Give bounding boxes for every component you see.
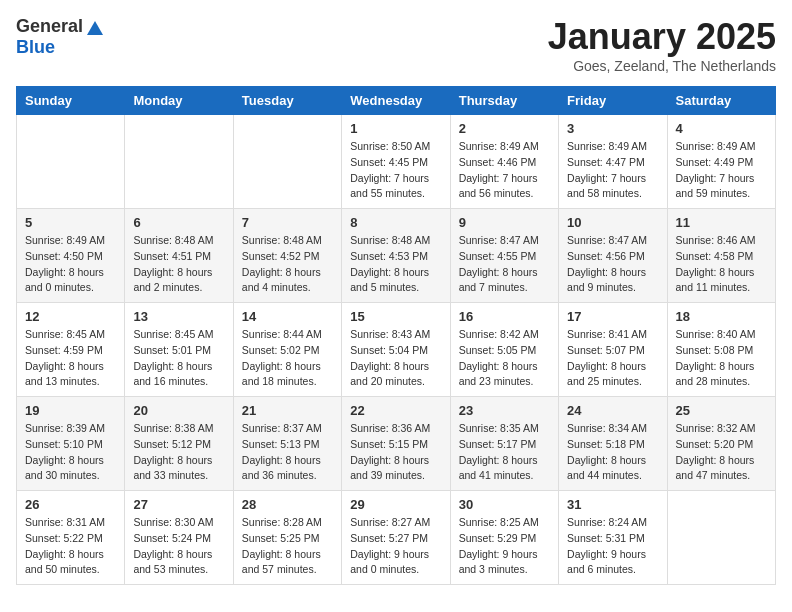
day-number: 31 [567, 497, 658, 512]
day-info: Sunrise: 8:49 AMSunset: 4:46 PMDaylight:… [459, 140, 539, 199]
table-row: 20 Sunrise: 8:38 AMSunset: 5:12 PMDaylig… [125, 397, 233, 491]
logo: General Blue [16, 16, 105, 58]
day-number: 5 [25, 215, 116, 230]
table-row: 14 Sunrise: 8:44 AMSunset: 5:02 PMDaylig… [233, 303, 341, 397]
day-number: 19 [25, 403, 116, 418]
month-title: January 2025 [548, 16, 776, 58]
table-row: 15 Sunrise: 8:43 AMSunset: 5:04 PMDaylig… [342, 303, 450, 397]
day-number: 17 [567, 309, 658, 324]
table-row: 7 Sunrise: 8:48 AMSunset: 4:52 PMDayligh… [233, 209, 341, 303]
table-row: 12 Sunrise: 8:45 AMSunset: 4:59 PMDaylig… [17, 303, 125, 397]
table-row [17, 115, 125, 209]
day-info: Sunrise: 8:28 AMSunset: 5:25 PMDaylight:… [242, 516, 322, 575]
day-info: Sunrise: 8:45 AMSunset: 5:01 PMDaylight:… [133, 328, 213, 387]
day-number: 1 [350, 121, 441, 136]
day-info: Sunrise: 8:27 AMSunset: 5:27 PMDaylight:… [350, 516, 430, 575]
day-number: 25 [676, 403, 767, 418]
calendar-week-row: 1 Sunrise: 8:50 AMSunset: 4:45 PMDayligh… [17, 115, 776, 209]
col-thursday: Thursday [450, 87, 558, 115]
day-number: 2 [459, 121, 550, 136]
col-wednesday: Wednesday [342, 87, 450, 115]
day-info: Sunrise: 8:48 AMSunset: 4:51 PMDaylight:… [133, 234, 213, 293]
day-number: 20 [133, 403, 224, 418]
col-tuesday: Tuesday [233, 87, 341, 115]
table-row: 11 Sunrise: 8:46 AMSunset: 4:58 PMDaylig… [667, 209, 775, 303]
table-row: 25 Sunrise: 8:32 AMSunset: 5:20 PMDaylig… [667, 397, 775, 491]
day-info: Sunrise: 8:24 AMSunset: 5:31 PMDaylight:… [567, 516, 647, 575]
day-info: Sunrise: 8:35 AMSunset: 5:17 PMDaylight:… [459, 422, 539, 481]
day-info: Sunrise: 8:41 AMSunset: 5:07 PMDaylight:… [567, 328, 647, 387]
col-monday: Monday [125, 87, 233, 115]
table-row: 5 Sunrise: 8:49 AMSunset: 4:50 PMDayligh… [17, 209, 125, 303]
day-number: 11 [676, 215, 767, 230]
day-info: Sunrise: 8:42 AMSunset: 5:05 PMDaylight:… [459, 328, 539, 387]
day-info: Sunrise: 8:40 AMSunset: 5:08 PMDaylight:… [676, 328, 756, 387]
day-number: 18 [676, 309, 767, 324]
day-info: Sunrise: 8:34 AMSunset: 5:18 PMDaylight:… [567, 422, 647, 481]
day-info: Sunrise: 8:47 AMSunset: 4:56 PMDaylight:… [567, 234, 647, 293]
col-saturday: Saturday [667, 87, 775, 115]
col-sunday: Sunday [17, 87, 125, 115]
table-row: 3 Sunrise: 8:49 AMSunset: 4:47 PMDayligh… [559, 115, 667, 209]
day-info: Sunrise: 8:36 AMSunset: 5:15 PMDaylight:… [350, 422, 430, 481]
day-info: Sunrise: 8:50 AMSunset: 4:45 PMDaylight:… [350, 140, 430, 199]
table-row: 19 Sunrise: 8:39 AMSunset: 5:10 PMDaylig… [17, 397, 125, 491]
calendar-week-row: 12 Sunrise: 8:45 AMSunset: 4:59 PMDaylig… [17, 303, 776, 397]
day-info: Sunrise: 8:30 AMSunset: 5:24 PMDaylight:… [133, 516, 213, 575]
table-row: 6 Sunrise: 8:48 AMSunset: 4:51 PMDayligh… [125, 209, 233, 303]
table-row [125, 115, 233, 209]
day-info: Sunrise: 8:47 AMSunset: 4:55 PMDaylight:… [459, 234, 539, 293]
location-subtitle: Goes, Zeeland, The Netherlands [548, 58, 776, 74]
table-row: 16 Sunrise: 8:42 AMSunset: 5:05 PMDaylig… [450, 303, 558, 397]
day-info: Sunrise: 8:25 AMSunset: 5:29 PMDaylight:… [459, 516, 539, 575]
table-row: 18 Sunrise: 8:40 AMSunset: 5:08 PMDaylig… [667, 303, 775, 397]
day-info: Sunrise: 8:32 AMSunset: 5:20 PMDaylight:… [676, 422, 756, 481]
table-row: 31 Sunrise: 8:24 AMSunset: 5:31 PMDaylig… [559, 491, 667, 585]
day-number: 6 [133, 215, 224, 230]
day-info: Sunrise: 8:49 AMSunset: 4:50 PMDaylight:… [25, 234, 105, 293]
logo-general: General [16, 16, 83, 37]
day-info: Sunrise: 8:43 AMSunset: 5:04 PMDaylight:… [350, 328, 430, 387]
table-row: 4 Sunrise: 8:49 AMSunset: 4:49 PMDayligh… [667, 115, 775, 209]
day-number: 22 [350, 403, 441, 418]
table-row: 24 Sunrise: 8:34 AMSunset: 5:18 PMDaylig… [559, 397, 667, 491]
table-row: 8 Sunrise: 8:48 AMSunset: 4:53 PMDayligh… [342, 209, 450, 303]
day-number: 30 [459, 497, 550, 512]
table-row: 27 Sunrise: 8:30 AMSunset: 5:24 PMDaylig… [125, 491, 233, 585]
day-info: Sunrise: 8:44 AMSunset: 5:02 PMDaylight:… [242, 328, 322, 387]
calendar-week-row: 26 Sunrise: 8:31 AMSunset: 5:22 PMDaylig… [17, 491, 776, 585]
day-number: 9 [459, 215, 550, 230]
calendar-header-row: Sunday Monday Tuesday Wednesday Thursday… [17, 87, 776, 115]
day-info: Sunrise: 8:46 AMSunset: 4:58 PMDaylight:… [676, 234, 756, 293]
table-row: 9 Sunrise: 8:47 AMSunset: 4:55 PMDayligh… [450, 209, 558, 303]
col-friday: Friday [559, 87, 667, 115]
table-row: 13 Sunrise: 8:45 AMSunset: 5:01 PMDaylig… [125, 303, 233, 397]
table-row: 2 Sunrise: 8:49 AMSunset: 4:46 PMDayligh… [450, 115, 558, 209]
table-row: 29 Sunrise: 8:27 AMSunset: 5:27 PMDaylig… [342, 491, 450, 585]
table-row: 21 Sunrise: 8:37 AMSunset: 5:13 PMDaylig… [233, 397, 341, 491]
calendar-week-row: 19 Sunrise: 8:39 AMSunset: 5:10 PMDaylig… [17, 397, 776, 491]
day-info: Sunrise: 8:45 AMSunset: 4:59 PMDaylight:… [25, 328, 105, 387]
table-row: 30 Sunrise: 8:25 AMSunset: 5:29 PMDaylig… [450, 491, 558, 585]
day-number: 26 [25, 497, 116, 512]
title-block: January 2025 Goes, Zeeland, The Netherla… [548, 16, 776, 74]
day-info: Sunrise: 8:38 AMSunset: 5:12 PMDaylight:… [133, 422, 213, 481]
day-info: Sunrise: 8:39 AMSunset: 5:10 PMDaylight:… [25, 422, 105, 481]
day-number: 8 [350, 215, 441, 230]
day-info: Sunrise: 8:37 AMSunset: 5:13 PMDaylight:… [242, 422, 322, 481]
day-number: 7 [242, 215, 333, 230]
table-row: 23 Sunrise: 8:35 AMSunset: 5:17 PMDaylig… [450, 397, 558, 491]
day-info: Sunrise: 8:49 AMSunset: 4:47 PMDaylight:… [567, 140, 647, 199]
table-row: 10 Sunrise: 8:47 AMSunset: 4:56 PMDaylig… [559, 209, 667, 303]
day-number: 23 [459, 403, 550, 418]
day-number: 10 [567, 215, 658, 230]
day-number: 27 [133, 497, 224, 512]
day-number: 29 [350, 497, 441, 512]
day-number: 24 [567, 403, 658, 418]
day-info: Sunrise: 8:48 AMSunset: 4:53 PMDaylight:… [350, 234, 430, 293]
table-row: 28 Sunrise: 8:28 AMSunset: 5:25 PMDaylig… [233, 491, 341, 585]
page-header: General Blue January 2025 Goes, Zeeland,… [16, 16, 776, 74]
svg-marker-0 [87, 21, 103, 35]
day-number: 3 [567, 121, 658, 136]
day-number: 4 [676, 121, 767, 136]
